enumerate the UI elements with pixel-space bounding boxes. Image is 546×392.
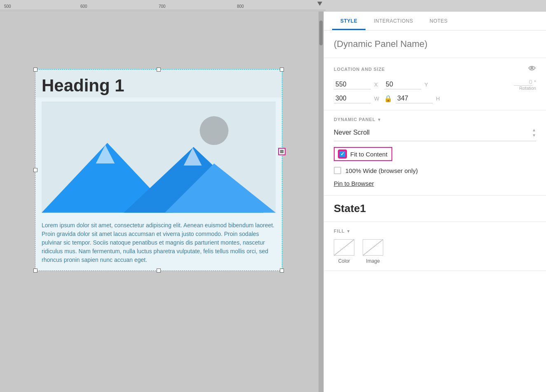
- widget-heading: Heading 1: [35, 70, 282, 98]
- fill-arrow: ▼: [346, 229, 351, 233]
- handle-special-right[interactable]: [278, 148, 286, 155]
- placeholder-svg: [42, 102, 276, 213]
- canvas: Heading 1 Lore: [0, 12, 323, 392]
- checkmark-icon: ✓: [340, 151, 344, 157]
- fill-color-label: Color: [338, 258, 350, 264]
- x-label: X: [374, 82, 381, 88]
- wide-row[interactable]: 100% Wide (browser only): [334, 167, 536, 174]
- wide-label: 100% Wide (browser only): [345, 167, 418, 174]
- w-input[interactable]: [334, 94, 371, 103]
- canvas-scrollbar[interactable]: [319, 12, 323, 392]
- ruler: 500 600 700 800: [0, 0, 546, 12]
- scroll-dropdown[interactable]: Never Scroll ▲ ▼: [334, 128, 536, 141]
- state-section: State1: [324, 196, 546, 222]
- fit-to-content-row[interactable]: ✓ Fit to Content: [334, 147, 392, 161]
- rotation-label: Rotation: [519, 86, 536, 91]
- fill-options: Color Image: [334, 239, 536, 264]
- tab-interactions[interactable]: INTERACTIONS: [366, 12, 421, 30]
- image-placeholder: [42, 102, 276, 213]
- panel-tabs: STYLE INTERACTIONS NOTES: [324, 12, 546, 30]
- panel-name-section: [324, 30, 546, 58]
- right-panel: STYLE INTERACTIONS NOTES LOCATION AND SI…: [323, 12, 546, 392]
- lock-icon[interactable]: 🔒: [384, 95, 392, 103]
- y-input[interactable]: [384, 80, 421, 89]
- fill-color-option[interactable]: Color: [334, 239, 354, 264]
- wide-checkbox[interactable]: [334, 167, 341, 174]
- y-label: Y: [424, 82, 431, 88]
- fill-section: FILL ▼ Color Image: [324, 222, 546, 271]
- dp-arrow: ▼: [377, 117, 382, 122]
- location-size-label: LOCATION AND SIZE 👁: [334, 65, 536, 73]
- ruler-mark-600: 600: [80, 4, 87, 9]
- handle-top-left[interactable]: [33, 68, 37, 72]
- fit-to-content-label: Fit to Content: [350, 151, 387, 158]
- fit-to-content-checkbox[interactable]: ✓: [339, 150, 346, 158]
- fill-diagonal: [334, 240, 354, 255]
- handle-mid-left[interactable]: [33, 168, 37, 172]
- fill-image-diagonal: [363, 240, 383, 255]
- pin-to-browser-link[interactable]: Pin to Browser: [334, 180, 536, 187]
- x-input[interactable]: [334, 80, 371, 89]
- panel-name-input[interactable]: [334, 39, 536, 49]
- ruler-mark-500: 500: [4, 4, 11, 9]
- h-label: H: [436, 96, 443, 102]
- ruler-mark-700: 700: [159, 4, 166, 9]
- handle-bottom-right[interactable]: [280, 268, 284, 273]
- tab-notes[interactable]: NOTES: [422, 12, 456, 30]
- handle-top-right[interactable]: [280, 68, 284, 72]
- fill-label: FILL ▼: [334, 229, 536, 233]
- fill-image-label: Image: [366, 258, 380, 264]
- handle-bottom-left[interactable]: [33, 268, 37, 273]
- dynamic-panel-section: DYNAMIC PANEL ▼ Never Scroll ▲ ▼ ✓ Fit t…: [324, 110, 546, 196]
- scroll-value: Never Scroll: [334, 129, 370, 136]
- w-label: W: [374, 96, 381, 102]
- rotation-input[interactable]: [514, 78, 532, 86]
- fill-image-icon[interactable]: [363, 239, 383, 256]
- scroll-arrows[interactable]: ▲ ▼: [532, 128, 536, 138]
- state-title: State1: [334, 202, 536, 215]
- visibility-icon[interactable]: 👁: [528, 65, 536, 73]
- handle-special-inner: [280, 150, 284, 153]
- fill-image-option[interactable]: Image: [363, 239, 383, 264]
- handle-bottom-mid[interactable]: [157, 268, 161, 273]
- svg-point-5: [200, 116, 229, 145]
- location-size-section: LOCATION AND SIZE 👁 X Y ° Rotation: [324, 58, 546, 110]
- handle-top-mid[interactable]: [157, 68, 161, 72]
- up-arrow: ▲: [532, 128, 536, 132]
- scrollbar-thumb[interactable]: [319, 21, 323, 45]
- dynamic-panel-label: DYNAMIC PANEL ▼: [334, 117, 536, 122]
- down-arrow: ▼: [532, 133, 536, 138]
- degree-symbol: °: [534, 79, 536, 85]
- widget-text: Lorem ipsum dolor sit amet, consectetur …: [35, 217, 282, 271]
- fill-color-icon[interactable]: [334, 239, 354, 256]
- h-input[interactable]: [396, 94, 433, 103]
- tab-style[interactable]: STYLE: [332, 12, 366, 30]
- ruler-mark-800: 800: [237, 4, 244, 9]
- dynamic-panel-widget[interactable]: Heading 1 Lore: [35, 69, 282, 271]
